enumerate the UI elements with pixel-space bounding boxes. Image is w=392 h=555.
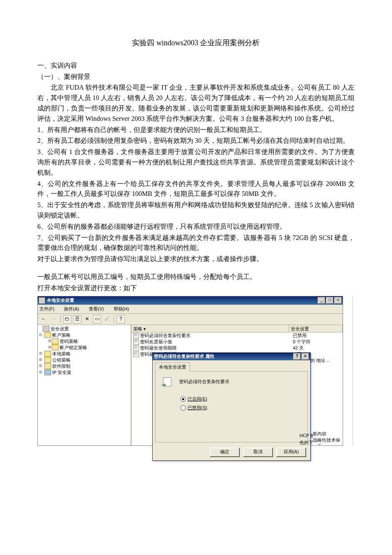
ok-button[interactable]: 确定 (210, 447, 240, 457)
list-item-7: 7、公司购买了一台新的文件服务器来满足越来越高的文件存贮需要。该服务器有 5 块… (37, 233, 355, 254)
menu-help[interactable]: 帮助(H) (114, 306, 133, 311)
properties-button[interactable]: ☰ (73, 315, 81, 323)
policy-row-2[interactable]: 密码长度最小值 0 个字符 (131, 339, 343, 345)
list-item-1: 1、所有用户都将有自己的帐号，但是要求能方便的识别一般员工和短期员工。 (37, 125, 355, 135)
list-item-6: 6、公司所有的服务器都必须能够进行远程管理，只有系统管理员可以使用远程管理。 (37, 222, 355, 232)
list-item-4: 4、公司的文件服务器上有一个给员工保存文件的共享文件夹。要求管理人员每人最多可以… (37, 179, 355, 200)
dialog-policy-label: 密码必须符合复杂性要求 (179, 378, 229, 385)
dialog-tab-local[interactable]: 本地安全设置 (155, 362, 190, 372)
embedded-screenshot: 本地安全设置 _ □ × 文件(F) 操作(A) 查看(V) 帮助(H) ← →… (37, 296, 353, 446)
list-item-5: 5、出于安全性的考虑，系统管理员将审核所有用户和网络成功登陆和失败登陆的纪录。连… (37, 200, 355, 221)
window-title-text: 本地安全设置 (47, 297, 318, 304)
help-button[interactable]: ? (117, 315, 125, 323)
policy-row-1[interactable]: 密码必须符合复杂性要求 已禁用 (131, 333, 343, 339)
heading-1-1: （一）、案例背景 (37, 72, 355, 82)
back-button[interactable]: ← (39, 315, 48, 323)
page-title: 实验四 windows2003 企业应用案例分析 (37, 37, 355, 49)
maximize-button[interactable]: □ (326, 297, 334, 304)
app-icon (39, 297, 45, 304)
dialog-help-button[interactable]: ? (293, 353, 301, 360)
paragraph-answer-1: 一般员工帐号可以用员工编号，短期员工使用特殊编号，分配给每个员工。 (37, 272, 355, 282)
dialog-titlebar[interactable]: 密码必须符合复杂性要求 属性 ? × (153, 353, 310, 360)
tree-password-policy[interactable]: ⊞密码策略 (39, 338, 130, 345)
toolbar: ← → 🗀 ☰ ✕ ▭ ☄ ? (38, 314, 343, 325)
tree-account-policy[interactable]: ⊟帐户策略 (39, 332, 130, 338)
policy-icon (133, 333, 139, 338)
radio-enabled[interactable]: 已启用(E) (180, 396, 302, 403)
dialog-title-text: 密码必须符合复杂性要求 属性 (154, 353, 214, 360)
close-button[interactable]: × (334, 297, 342, 304)
delete-button[interactable]: ✕ (83, 315, 91, 323)
tree-local-policy[interactable]: ⊞本地策略 (39, 351, 130, 357)
tree-software-restrict[interactable]: ⊞软件限制 (39, 363, 130, 369)
list-pane: 策略 ▾ 安全设置 密码必须符合复杂性要求 已禁用 密码长度最小值 0 个字符 (131, 325, 343, 445)
radio-icon (180, 405, 186, 411)
policy-icon (133, 352, 139, 357)
tree-pane[interactable]: 安全设置 ⊟帐户策略 ⊞密码策略 ⊞帐户锁定策略 ⊞本地策略 ⊞公钥策略 ⊞软件… (38, 325, 131, 445)
list-item-3: 3、公司有 1 台文件服务器，文件服务器主要用于放置公司开发的产品和日常使用所需… (37, 147, 355, 178)
toolbar-separator (60, 315, 61, 323)
forward-button[interactable]: → (49, 315, 58, 323)
list-item-2: 2、所有员工都必须强制使用复杂密码，密码有效期为 30 天，短期员工帐号必须在其… (37, 136, 355, 146)
dialog-tab-row: 本地安全设置 (153, 360, 310, 371)
paragraph-background: 北京 FUDA 软件技术有限公司是一家 IT 企业，主要从事软件开发和系统集成业… (37, 83, 355, 124)
export-button[interactable]: ▭ (93, 315, 101, 323)
menu-view[interactable]: 查看(V) (89, 306, 108, 311)
minimize-button[interactable]: _ (318, 297, 325, 304)
menu-bar: 文件(F) 操作(A) 查看(V) 帮助(H) (38, 305, 343, 314)
dialog-policy-icon: ➔ (161, 377, 174, 387)
list-header: 策略 ▾ 安全设置 (131, 325, 343, 333)
tree-publickey-policy[interactable]: ⊞公钥策略 (39, 357, 130, 363)
dialog-body: ➔ 密码必须符合复杂性要求 已启用(E) (155, 371, 308, 443)
toolbar-separator-2 (114, 315, 114, 323)
heading-1: 一、实训内容 (37, 61, 355, 71)
window-titlebar[interactable]: 本地安全设置 _ □ × (38, 296, 343, 305)
menu-action[interactable]: 操作(A) (64, 306, 83, 311)
radio-disabled[interactable]: 已禁用(S) (180, 404, 302, 411)
col-setting[interactable]: 安全设置 (289, 325, 343, 332)
tree-ip-security[interactable]: ⊞IP 安全策 (39, 369, 130, 376)
tree-lockout-policy[interactable]: ⊞帐户锁定策略 (39, 345, 130, 351)
menu-file[interactable]: 文件(F) (39, 306, 58, 311)
tree-root[interactable]: 安全设置 (39, 326, 130, 332)
col-policy[interactable]: 策略 ▾ (131, 325, 289, 332)
policy-icon (133, 345, 139, 351)
document-page: 实验四 windows2003 企业应用案例分析 一、实训内容 （一）、案例背景… (0, 0, 392, 471)
radio-icon (180, 396, 186, 402)
policy-icon (133, 339, 139, 345)
window-local-security: 本地安全设置 _ □ × 文件(F) 操作(A) 查看(V) 帮助(H) ← →… (37, 296, 343, 446)
properties-dialog: 密码必须符合复杂性要求 属性 ? × 本地安全设置 ➔ (152, 352, 311, 461)
apply-button[interactable]: 应用(A) (276, 447, 306, 457)
cancel-button[interactable]: 取消 (243, 447, 273, 457)
paragraph-requirement: 对于以上要求作为管理员请你写出满足以上要求的技术方案，或者操作步骤。 (37, 254, 355, 264)
cropped-text-right: 新内容 战略性技术保 (313, 431, 340, 444)
paragraph-answer-2: 打开本地安全设置进行更改：如下 (37, 283, 355, 293)
dialog-close-button[interactable]: × (302, 353, 309, 360)
refresh-button[interactable]: ☄ (103, 315, 111, 323)
policy-row-3[interactable]: 密码最长使用期限 42 天 (131, 345, 343, 351)
up-button[interactable]: 🗀 (63, 315, 71, 323)
